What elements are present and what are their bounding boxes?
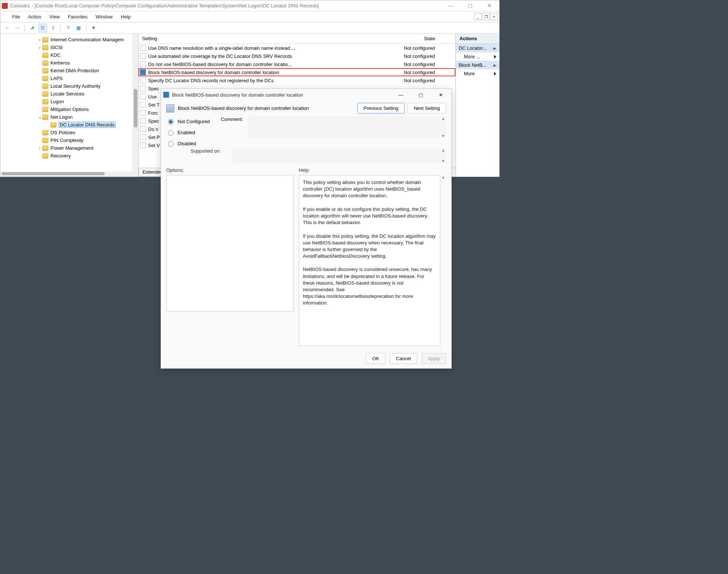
help-label: Help: [299, 167, 446, 173]
toolbar-separator [60, 24, 61, 32]
window-title: Console1 - [Console Root\Local Computer … [10, 3, 440, 8]
toolbar-help-button[interactable]: ? [64, 24, 73, 32]
tree-item[interactable]: PIN Complexity [0, 136, 138, 144]
radio-disabled-input[interactable] [168, 141, 174, 147]
ok-button[interactable]: OK [366, 353, 385, 364]
tree[interactable]: ›Internet Communication Managem›iSCSIKDC… [0, 34, 138, 160]
menu-window[interactable]: Window [96, 14, 113, 20]
dialog-close-button[interactable]: ✕ [432, 89, 449, 100]
expander-icon[interactable]: › [37, 145, 42, 151]
expander-icon[interactable]: ⌄ [37, 114, 42, 120]
expander-icon[interactable]: › [37, 37, 42, 42]
tree-hscrollbar[interactable] [0, 171, 132, 177]
toolbar-forward-button[interactable]: → [13, 24, 22, 32]
options-label: Options: [166, 167, 294, 173]
list-row[interactable]: Use DNS name resolution with a single-la… [139, 44, 455, 52]
tree-item[interactable]: Recovery [0, 152, 138, 160]
window-minimize-button[interactable]: — [442, 0, 459, 11]
toolbar-view-button[interactable]: ▦ [74, 24, 83, 32]
radio-not-configured[interactable]: Not Configured [166, 118, 210, 125]
list-row[interactable]: Do not use NetBIOS-based discovery for d… [139, 60, 455, 68]
folder-up-icon: ⬈ [31, 25, 35, 31]
folder-icon [42, 60, 48, 66]
list-row[interactable]: Use automated site coverage by the DC Lo… [139, 52, 455, 60]
list-header[interactable]: Setting State [139, 34, 455, 44]
mdi-restore-button[interactable]: ❐ [482, 13, 490, 20]
comment-textarea[interactable]: ▲▼ [248, 116, 446, 138]
toolbar-export-button[interactable]: ⇪ [49, 24, 57, 32]
tree-item[interactable]: Locale Services [0, 90, 138, 98]
cancel-button[interactable]: Cancel [390, 353, 417, 364]
window-maximize-button[interactable]: ▢ [462, 0, 479, 11]
export-icon: ⇪ [51, 25, 55, 31]
menu-file[interactable]: File [12, 14, 20, 20]
tree-item[interactable]: DC Locator DNS Records [0, 121, 138, 129]
help-textbox[interactable]: This policy setting allows you to contro… [299, 175, 440, 346]
tree-item[interactable]: OS Policies [0, 129, 138, 136]
tree-item[interactable]: Mitigation Options [0, 105, 138, 113]
actions-item-label: More ... [464, 54, 480, 59]
scrollbar-thumb[interactable] [1, 172, 105, 175]
previous-setting-button[interactable]: Previous Setting [357, 103, 405, 114]
tree-item[interactable]: Kerberos [0, 59, 138, 67]
column-state[interactable]: State [404, 36, 455, 41]
dialog-titlebar[interactable]: Block NetBIOS-based discovery for domain… [161, 89, 451, 101]
toolbar-up-button[interactable]: ⬈ [28, 24, 37, 32]
tree-item[interactable]: ›Power Management [0, 144, 138, 152]
tree-item[interactable]: LAPS [0, 74, 138, 82]
tree-item[interactable]: ›Internet Communication Managem [0, 36, 138, 44]
actions-item-more2[interactable]: More [456, 69, 499, 78]
menu-action[interactable]: Action [28, 14, 41, 20]
menubar: File Action View Favorites Window Help _… [0, 11, 499, 22]
actions-pane: Actions DC Locator... More ... Block Net… [456, 34, 499, 177]
toolbar-actionpane-button[interactable]: ☰ [38, 24, 47, 32]
window-titlebar[interactable]: Console1 - [Console Root\Local Computer … [0, 0, 499, 11]
toolbar: ← → ⬈ ☰ ⇪ ? ▦ ▼ [0, 22, 499, 34]
folder-icon [42, 91, 48, 97]
actions-item-more[interactable]: More ... [456, 52, 499, 61]
mdi-minimize-button[interactable]: _ [474, 13, 482, 20]
toolbar-back-button[interactable]: ← [3, 24, 11, 32]
tree-item[interactable]: ›iSCSI [0, 44, 138, 51]
radio-not-configured-input[interactable] [168, 119, 174, 125]
radio-disabled[interactable]: Disabled [166, 140, 210, 147]
menu-help[interactable]: Help [121, 14, 131, 20]
comment-scrollbar[interactable]: ▲▼ [440, 116, 446, 138]
toolbar-separator [86, 24, 86, 32]
menu-favorites[interactable]: Favorites [68, 14, 87, 20]
tree-item-label: PIN Complexity [50, 138, 84, 143]
supported-scrollbar[interactable]: ▲▼ [440, 148, 446, 163]
next-setting-button[interactable]: Next Setting [407, 103, 446, 114]
setting-state: Not configured [404, 45, 455, 51]
expander-icon[interactable]: › [37, 45, 42, 50]
tree-item[interactable]: Local Security Authority [0, 82, 138, 90]
chevron-up-icon [493, 47, 496, 49]
mdi-close-button[interactable]: × [490, 13, 498, 20]
radio-enabled[interactable]: Enabled [166, 129, 210, 136]
tree-vscrollbar[interactable] [132, 34, 138, 177]
folder-icon [50, 122, 56, 128]
window-close-button[interactable]: ✕ [481, 0, 498, 11]
tree-item-label: Net Logon [50, 114, 73, 120]
actions-group-blocknetb[interactable]: Block NetB... [456, 61, 499, 69]
tree-item[interactable]: Kernel DMA Protection [0, 67, 138, 74]
tree-item-label: DC Locator DNS Records [59, 122, 116, 128]
dialog-minimize-button[interactable]: — [392, 89, 409, 100]
radio-enabled-input[interactable] [168, 130, 174, 136]
scrollbar-thumb[interactable] [134, 89, 137, 128]
policy-item-icon [140, 61, 146, 67]
list-row[interactable]: Block NetBIOS-based discovery for domain… [139, 68, 455, 76]
apply-button[interactable]: Apply [421, 353, 446, 364]
tree-item[interactable]: KDC [0, 51, 138, 59]
list-row[interactable]: Specify DC Locator DNS records not regis… [139, 76, 455, 84]
options-box[interactable] [166, 175, 294, 312]
tree-item-label: Kerberos [50, 60, 70, 66]
actions-group-dclocator[interactable]: DC Locator... [456, 44, 499, 52]
tree-item[interactable]: Logon [0, 98, 138, 105]
dialog-maximize-button[interactable]: ▢ [412, 89, 429, 100]
menu-view[interactable]: View [49, 14, 60, 20]
setting-state: Not configured [404, 53, 455, 59]
toolbar-filter-button[interactable]: ▼ [89, 24, 98, 32]
column-setting[interactable]: Setting [139, 36, 404, 41]
tree-item[interactable]: ⌄Net Logon [0, 113, 138, 121]
